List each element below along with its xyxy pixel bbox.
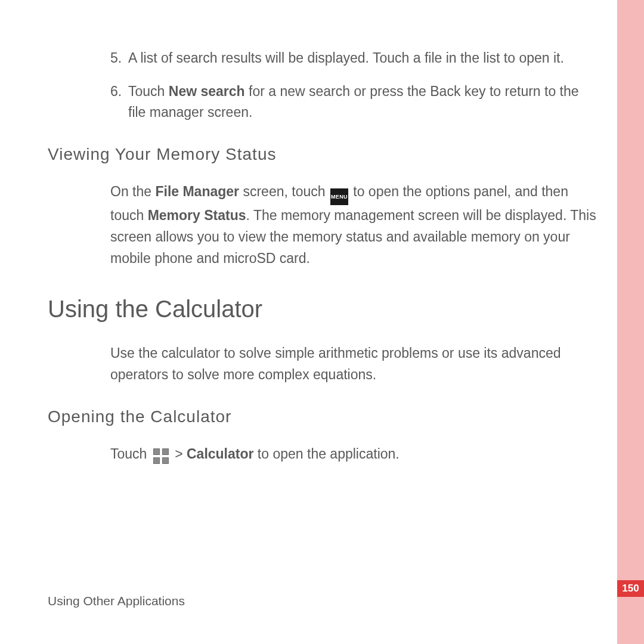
paragraph: Use the calculator to solve simple arith… (48, 343, 596, 385)
footer-chapter-title: Using Other Applications (48, 594, 185, 608)
bold-text: File Manager (155, 184, 239, 199)
bold-text: Calculator (187, 446, 253, 462)
apps-grid-icon (153, 448, 169, 464)
page-content: 5. A list of search results will be disp… (48, 48, 596, 471)
text: screen, touch (239, 184, 329, 199)
list-item: 6. Touch New search for a new search or … (48, 81, 596, 123)
list-body: A list of search results will be display… (128, 48, 596, 69)
bold-text: New search (169, 83, 245, 99)
side-band (617, 0, 644, 644)
bold-text: Memory Status (148, 208, 246, 223)
menu-icon: MENU (330, 188, 348, 205)
list-number: 6. (110, 81, 128, 123)
list-number: 5. (110, 48, 128, 69)
list-item: 5. A list of search results will be disp… (48, 48, 596, 69)
paragraph: Touch > Calculator to open the applicati… (48, 444, 596, 465)
text: On the (110, 184, 155, 199)
text: to open the application. (253, 446, 399, 462)
page-number-tab: 150 (617, 580, 644, 597)
text: Touch (110, 446, 151, 462)
subheading-opening-calculator: Opening the Calculator (48, 404, 596, 429)
subheading-memory-status: Viewing Your Memory Status (48, 141, 596, 167)
paragraph: On the File Manager screen, touch MENU t… (48, 181, 596, 269)
text: > (171, 446, 187, 462)
heading-using-calculator: Using the Calculator (48, 290, 596, 327)
text: Touch (128, 83, 169, 99)
list-body: Touch New search for a new search or pre… (128, 81, 596, 123)
